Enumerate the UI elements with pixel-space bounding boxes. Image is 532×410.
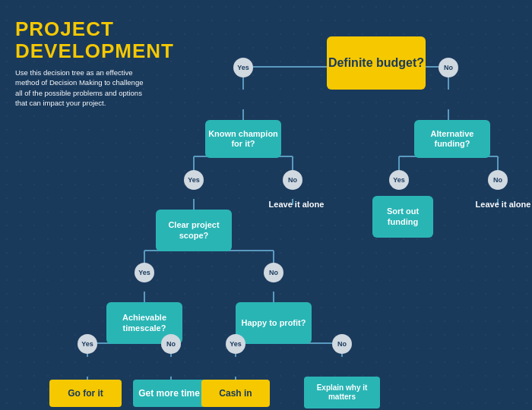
yes-circle-4: Yes bbox=[135, 263, 154, 282]
yes-circle-5: Yes bbox=[78, 334, 97, 354]
yes-circle-1: Yes bbox=[233, 58, 253, 77]
leave-it-alone-right: Leave it alone bbox=[473, 199, 532, 210]
go-for-it-node: Go for it bbox=[49, 380, 122, 407]
definite-budget-node: Definite budget? bbox=[327, 36, 426, 90]
cash-in-node: Cash in bbox=[201, 380, 270, 407]
known-champion-node: Known champion for it? bbox=[205, 120, 281, 158]
no-circle-2: No bbox=[283, 170, 302, 190]
get-more-time-node: Get more time bbox=[133, 380, 205, 407]
yes-circle-6: Yes bbox=[226, 334, 245, 354]
leave-it-alone-center: Leave it alone bbox=[266, 199, 327, 210]
sort-out-funding-node: Sort out funding bbox=[372, 196, 433, 238]
alternative-funding-node: Alternative funding? bbox=[414, 120, 490, 158]
explain-node: Explain why it matters bbox=[304, 377, 380, 408]
yes-circle-2: Yes bbox=[184, 170, 204, 190]
no-circle-4: No bbox=[264, 263, 283, 282]
no-circle-5: No bbox=[161, 334, 181, 354]
yes-circle-3: Yes bbox=[389, 170, 409, 190]
diagram: Definite budget? Yes No Known champion f… bbox=[0, 0, 532, 410]
no-circle-6: No bbox=[332, 334, 352, 354]
clear-project-scope-node: Clear project scope? bbox=[156, 210, 232, 251]
no-circle-3: No bbox=[488, 170, 508, 190]
happy-to-profit-node: Happy to profit? bbox=[236, 302, 312, 344]
no-circle-1: No bbox=[439, 58, 458, 77]
